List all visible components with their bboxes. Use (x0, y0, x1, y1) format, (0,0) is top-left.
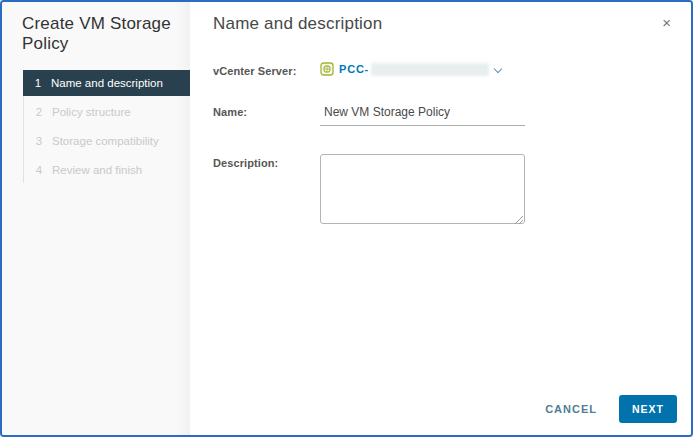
step-label: Review and finish (52, 164, 142, 176)
chevron-down-icon (495, 65, 503, 73)
description-textarea[interactable] (320, 154, 525, 224)
step-number: 1 (32, 77, 44, 89)
wizard-step-review-and-finish[interactable]: 4 Review and finish (24, 157, 190, 183)
page-title: Name and description (213, 14, 673, 34)
step-label: Policy structure (52, 106, 131, 118)
cancel-button[interactable]: CANCEL (537, 397, 605, 421)
wizard-main-panel: Name and description × vCenter Server: P… (190, 2, 691, 435)
close-icon[interactable]: × (662, 15, 671, 30)
policy-name-input[interactable] (320, 103, 525, 126)
description-row: Description: (213, 154, 673, 228)
wizard-step-storage-compatibility[interactable]: 3 Storage compatibility (24, 128, 190, 154)
vcenter-server-label: vCenter Server: (213, 62, 320, 77)
wizard-footer: CANCEL NEXT (537, 395, 677, 423)
step-number: 3 (33, 135, 45, 147)
wizard-steps-list: 1 Name and description 2 Policy structur… (23, 70, 190, 183)
policy-name-row: Name: (213, 103, 673, 126)
vcenter-server-value: PCC- (339, 63, 369, 75)
step-label: Name and description (51, 77, 163, 89)
name-description-form: vCenter Server: PCC- Name: (213, 62, 673, 228)
vcenter-server-row: vCenter Server: PCC- (213, 62, 673, 77)
step-number: 2 (33, 106, 45, 118)
description-label: Description: (213, 154, 320, 169)
vcenter-server-select[interactable]: PCC- (320, 62, 503, 76)
step-number: 4 (33, 164, 45, 176)
next-button[interactable]: NEXT (619, 395, 677, 423)
wizard-step-name-and-description[interactable]: 1 Name and description (23, 70, 190, 96)
wizard-step-policy-structure[interactable]: 2 Policy structure (24, 99, 190, 125)
redacted-server-name (371, 63, 489, 76)
name-label: Name: (213, 103, 320, 118)
vcenter-server-icon (320, 62, 334, 76)
description-textarea-wrap (320, 154, 525, 228)
dialog-title: Create VM Storage Policy (22, 14, 190, 54)
wizard-sidebar: Create VM Storage Policy 1 Name and desc… (2, 2, 190, 435)
create-vm-storage-policy-dialog: Create VM Storage Policy 1 Name and desc… (0, 0, 693, 437)
step-label: Storage compatibility (52, 135, 159, 147)
